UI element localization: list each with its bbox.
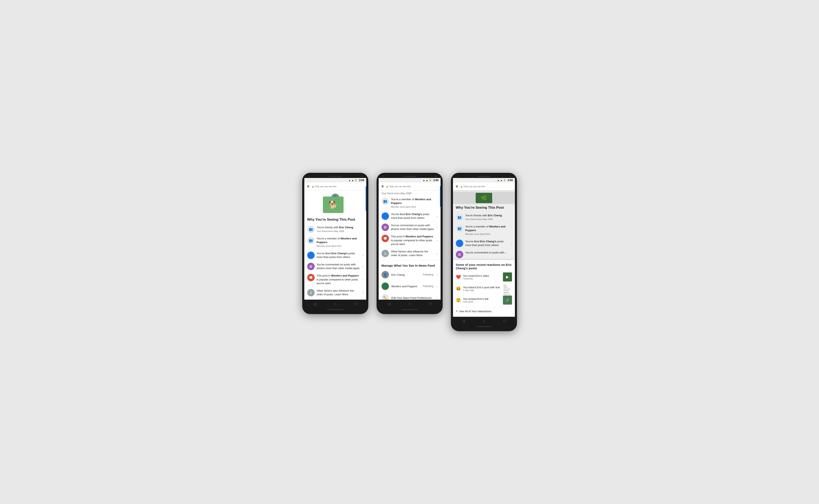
wifi-icon: ▲ (349, 179, 351, 181)
camera-dot-left-3 (457, 176, 458, 177)
friends-icon-3: 👥 (456, 214, 463, 221)
manage-woofers[interactable]: 🐾 Woofers and Puppers Following › (379, 280, 441, 292)
reaction-haha-time: 2 days ago (463, 289, 501, 291)
reaction-video-text: You loved Eric's video (463, 274, 501, 277)
chevron-other: › (362, 291, 363, 294)
post-image-1: 🐕 (323, 197, 344, 213)
reason-popular-2[interactable]: 💬 This post in Woofers and Puppers is po… (379, 233, 441, 248)
reason-group[interactable]: 👥 You're a member of Woofers and Puppers… (304, 235, 366, 250)
recents-button-2[interactable]: □ (429, 302, 431, 306)
home-button-2[interactable]: ○ (409, 302, 411, 306)
home-button-3[interactable]: ○ (483, 319, 485, 323)
back-button-2[interactable]: ◁ (388, 302, 391, 306)
reason-friends-text-3: You're friends with Eric Cheng Your frie… (465, 214, 512, 221)
reason-group-text-3: You're a member of Woofers and Puppers M… (465, 225, 512, 236)
chevron-other-2: › (437, 252, 438, 255)
love-emoji: ❤️ (456, 274, 461, 279)
wow-emoji: 😲 (456, 298, 461, 303)
content-1[interactable]: 👤 🐕 Why You're Seeing This Post 👥 You're… (304, 190, 366, 300)
bottom-nav-3: ◁ ○ □ (453, 317, 515, 325)
section-title-3: Why You're Seeing This Post (453, 204, 515, 212)
reason-group-2[interactable]: 👥 You're a member of Woofers and Puppers… (379, 196, 441, 211)
liked-icon: 👤 (307, 252, 315, 259)
back-button-1[interactable]: ◁ (313, 302, 316, 306)
manage-eric[interactable]: 👤 Eric Cheng Following › (379, 269, 441, 280)
camera-dot-right (361, 176, 362, 177)
liked-icon-3: 👤 (456, 240, 463, 247)
battery-icon-2: 🔋 (429, 179, 432, 181)
manage-woofers-label: Woofers and Puppers (391, 285, 421, 288)
manage-woofers-chevron: › (437, 285, 438, 288)
reason-popular-text-2: This post in Woofers and Puppers is popu… (391, 235, 435, 246)
edit-feed-label: Edit Your News Feed Preferences (391, 296, 434, 299)
reason-other-text-2: Other factors also influence the order o… (391, 250, 435, 257)
reason-group-sub: Member since April 2012 (317, 245, 363, 248)
reaction-haha-text[interactable]: 😆 You haha'd Eric's post with text 2 day… (456, 284, 512, 293)
dog-emoji: 🐕 (329, 200, 338, 209)
reason-group-sub-3: Member since April 2012 (465, 233, 512, 236)
status-time-2: 2:04 (433, 179, 438, 182)
divider-reactions (456, 307, 512, 307)
reaction-text-thumb: Hello, random person who counted to read… (503, 284, 512, 293)
recents-button-3[interactable]: □ (503, 319, 506, 323)
reason-liked-2[interactable]: 👤 You've liked Eric Cheng's posts more t… (379, 211, 441, 222)
back-button-3[interactable]: ◁ (462, 319, 465, 323)
manage-woofers-avatar: 🐾 (382, 283, 389, 290)
close-button-3[interactable]: ✕ (455, 185, 458, 188)
chevron-liked-2: › (437, 214, 438, 218)
phone-speaker (329, 176, 342, 177)
liked-icon-2: 👤 (382, 212, 389, 220)
reason-other[interactable]: ℹ Other factors also influence the order… (304, 287, 366, 298)
close-button-1[interactable]: ✕ (307, 185, 310, 188)
phone-speaker-3 (477, 176, 490, 177)
manage-edit-feed[interactable]: ✏️ Edit Your News Feed Preferences › (379, 292, 441, 300)
manage-woofers-badge: Following (423, 285, 433, 288)
phone-1: ▲ ▲ 🔋 2:04 ✕ 🔒 Only you can see this (302, 173, 368, 314)
lock-icon-2: 🔒 (386, 185, 388, 188)
manage-eric-badge: Following (423, 273, 433, 276)
reason-photo-comment[interactable]: 🖼 You've commented on posts with photos … (304, 261, 366, 272)
signal-icon-3: ▲ (500, 179, 502, 181)
reason-photo-2[interactable]: 🖼 You've commented on posts with photos … (379, 222, 441, 233)
reaction-link-thumb: 🔗 (503, 296, 512, 305)
manage-eric-avatar: 👤 (382, 271, 389, 278)
only-you-label-2: 🔒 Only you can see this (386, 185, 411, 188)
reason-friends[interactable]: 👥 You're friends with Eric Cheng Your fr… (304, 224, 366, 235)
post-thumbnail-1: 👤 🐕 (304, 190, 366, 216)
home-button-1[interactable]: ○ (335, 302, 337, 306)
reason-photo-text-2: You've commented on posts with photos mo… (391, 224, 435, 231)
chevron-photo-2: › (437, 226, 438, 229)
top-bar-2: ✕ 🔒 Only you can see this (379, 183, 441, 190)
edit-feed-chevron: › (437, 296, 438, 299)
recents-button-1[interactable]: □ (355, 302, 357, 306)
bottom-bar-2 (401, 309, 418, 310)
reason-liked[interactable]: 👤 You've liked Eric Cheng's posts more t… (304, 250, 366, 261)
reason-photo-text: You've commented on posts with photos mo… (317, 263, 360, 270)
reaction-wow-link[interactable]: 😲 You wowed Eric's link Last week 🔗 (456, 296, 512, 305)
reaction-loved-video[interactable]: ❤️ You loved Eric's video Yesterday ▶ (456, 272, 512, 281)
close-button-2[interactable]: ✕ (381, 185, 384, 188)
reason-other-2[interactable]: ℹ Other factors also influence the order… (379, 248, 441, 259)
status-bar-2: ▲ ▲ 🔋 2:04 (379, 178, 441, 183)
bottom-bar-1 (327, 309, 344, 310)
camera-dot-left-2 (383, 176, 384, 177)
comment-icon-2: 🖼 (382, 224, 389, 231)
status-icons: ▲ ▲ 🔋 2:04 (349, 179, 364, 182)
manage-eric-label: Eric Cheng (391, 273, 421, 276)
battery-icon-3: 🔋 (503, 179, 506, 181)
reason-popular[interactable]: 💬 This post in Woofers and Puppers is po… (304, 272, 366, 287)
reaction-link-detail: You wowed Eric's link Last week (463, 297, 501, 303)
bottom-bar-3 (476, 326, 492, 327)
manage-eric-chevron: › (437, 273, 438, 276)
edit-feed-icon: ✏️ (382, 294, 389, 300)
only-you-label-3: 🔒 Only you can see this (460, 185, 485, 188)
reason-other-text: Other factors also influence the order o… (317, 289, 360, 296)
popular-icon: 💬 (307, 274, 315, 281)
bottom-nav-1: ◁ ○ □ (304, 300, 366, 308)
see-all-interactions[interactable]: ≡ See All of Your Interactions (456, 309, 512, 314)
signal-icon: ▲ (352, 179, 354, 181)
content-2[interactable]: Your friend since May 2008 👥 You're a me… (379, 190, 441, 300)
reason-liked-text-3: You've liked Eric Cheng's posts more tha… (465, 240, 509, 247)
chevron-popular-2: › (437, 239, 438, 242)
phones-container: ▲ ▲ 🔋 2:04 ✕ 🔒 Only you can see this (302, 173, 517, 331)
